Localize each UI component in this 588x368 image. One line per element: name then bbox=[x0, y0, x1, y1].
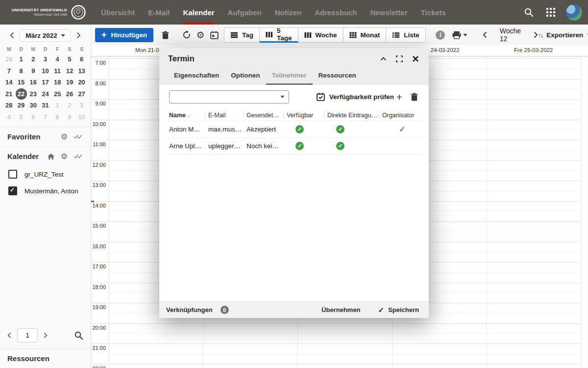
mini-cal-day[interactable]: 13 bbox=[75, 65, 88, 77]
mini-cal-day[interactable]: 10 bbox=[39, 65, 51, 77]
apps-grid-icon[interactable] bbox=[544, 5, 558, 19]
goto-date-calendar-icon[interactable] bbox=[207, 28, 221, 42]
mini-cal-day[interactable]: 28 bbox=[3, 100, 15, 111]
mini-cal-day[interactable]: 17 bbox=[39, 77, 51, 88]
mini-cal-day[interactable]: 22 bbox=[15, 88, 27, 100]
close-icon[interactable] bbox=[411, 54, 420, 63]
info-icon[interactable] bbox=[434, 28, 447, 42]
nav-item-newsletter[interactable]: Newsletter bbox=[370, 0, 408, 25]
add-event-button[interactable]: Hinzufügen bbox=[95, 28, 153, 42]
attendee-combobox[interactable] bbox=[169, 90, 289, 104]
add-attendee-icon[interactable] bbox=[396, 92, 402, 102]
check-availability-button[interactable]: Verfügbarkeit prüfen bbox=[317, 93, 394, 101]
mini-cal-day[interactable]: 28 bbox=[3, 53, 15, 65]
mini-cal-day[interactable]: 9 bbox=[27, 65, 39, 77]
mini-cal-day[interactable]: 30 bbox=[27, 100, 39, 111]
column-header-3[interactable]: Verfügbar bbox=[284, 111, 324, 119]
calendar-checkbox[interactable] bbox=[8, 170, 17, 179]
favorites-select-all-icon[interactable] bbox=[74, 133, 83, 140]
mini-cal-day[interactable]: 20 bbox=[75, 77, 88, 88]
dialog-tab-optionen[interactable]: Optionen bbox=[225, 66, 266, 85]
mini-cal-day[interactable]: 23 bbox=[27, 88, 39, 100]
participant-row[interactable]: Arne Upl…uplegger…Noch kei… bbox=[166, 137, 422, 155]
mini-cal-day[interactable]: 31 bbox=[39, 100, 51, 111]
mini-cal-day[interactable]: 2 bbox=[27, 53, 39, 65]
next-week-icon[interactable] bbox=[534, 31, 538, 38]
column-header-2[interactable]: Gesendet… bbox=[244, 111, 284, 119]
prev-week-icon[interactable] bbox=[483, 31, 487, 38]
resources-search-icon[interactable] bbox=[74, 331, 83, 340]
save-button[interactable]: Speichern bbox=[378, 306, 419, 315]
view-tab-liste[interactable]: Liste bbox=[386, 27, 426, 43]
mini-cal-day[interactable]: 6 bbox=[75, 53, 88, 65]
mini-cal-day[interactable]: 29 bbox=[15, 100, 27, 111]
search-icon[interactable] bbox=[522, 5, 536, 19]
mini-cal-day[interactable]: 4 bbox=[51, 53, 64, 65]
calendars-home-icon[interactable] bbox=[47, 153, 55, 160]
user-avatar[interactable] bbox=[566, 4, 582, 21]
mini-cal-day[interactable]: 6 bbox=[27, 111, 39, 123]
mini-cal-day[interactable]: 21 bbox=[3, 88, 15, 100]
nav-item-adressbuch[interactable]: Adressbuch bbox=[315, 0, 357, 25]
links-button[interactable]: Verknüpfungen 0 bbox=[166, 306, 229, 314]
mini-cal-day[interactable]: 24 bbox=[39, 88, 51, 100]
mini-cal-day[interactable]: 18 bbox=[51, 77, 64, 88]
mini-cal-day[interactable]: 12 bbox=[64, 65, 76, 77]
mini-cal-day[interactable]: 15 bbox=[15, 77, 27, 88]
mini-cal-day[interactable]: 10 bbox=[75, 111, 88, 123]
view-tab-monat[interactable]: Monat bbox=[343, 27, 387, 43]
month-selector[interactable]: März 2022 bbox=[20, 29, 71, 42]
nav-item-tickets[interactable]: Tickets bbox=[421, 0, 446, 25]
dialog-tab-teilnehmer[interactable]: Teilnehmer bbox=[266, 66, 313, 85]
mini-cal-day[interactable]: 3 bbox=[75, 100, 88, 111]
participant-row[interactable]: Anton M…max.mus…Akzeptiert bbox=[166, 121, 422, 137]
column-header-4[interactable]: Direkte Eintragu… bbox=[324, 111, 379, 119]
mini-cal-day[interactable]: 7 bbox=[3, 65, 15, 77]
mini-cal-day[interactable]: 5 bbox=[64, 53, 76, 65]
apply-button[interactable]: Übernehmen bbox=[321, 306, 360, 314]
mini-cal-day[interactable]: 14 bbox=[3, 77, 15, 88]
mini-cal-next-icon[interactable] bbox=[72, 28, 86, 42]
nav-item-email[interactable]: E-Mail bbox=[148, 0, 170, 25]
calendars-settings-gear-icon[interactable] bbox=[61, 153, 68, 160]
delete-trash-icon[interactable] bbox=[158, 28, 172, 42]
mini-cal-day[interactable]: 25 bbox=[51, 88, 64, 100]
column-header-0[interactable]: Name bbox=[166, 111, 205, 119]
calendars-select-all-icon[interactable] bbox=[74, 153, 83, 159]
view-tab-5tage[interactable]: 5 Tage bbox=[260, 27, 298, 43]
calendar-checkbox[interactable] bbox=[8, 186, 17, 195]
mini-cal-day[interactable]: 4 bbox=[3, 111, 15, 123]
export-button[interactable]: Exportieren bbox=[538, 31, 588, 39]
combobox-caret-icon[interactable] bbox=[276, 91, 289, 103]
mini-cal-day[interactable]: 5 bbox=[15, 111, 27, 123]
mini-cal-day[interactable]: 26 bbox=[64, 88, 76, 100]
dialog-tab-ressourcen[interactable]: Ressourcen bbox=[313, 66, 362, 85]
nav-item-notizen[interactable]: Notizen bbox=[275, 0, 301, 25]
column-header-1[interactable]: E-Mail bbox=[205, 111, 244, 119]
view-tab-tag[interactable]: Tag bbox=[224, 27, 260, 43]
expand-icon[interactable] bbox=[395, 54, 404, 63]
print-icon[interactable] bbox=[450, 28, 470, 42]
mini-cal-day[interactable]: 7 bbox=[39, 111, 51, 123]
nav-item-kalender[interactable]: Kalender bbox=[183, 0, 214, 25]
attendee-input[interactable] bbox=[170, 91, 276, 103]
collapse-icon[interactable] bbox=[379, 54, 388, 63]
calendar-list-item[interactable]: gr_URZ_Test bbox=[0, 166, 91, 183]
refresh-icon[interactable] bbox=[180, 28, 194, 42]
mini-cal-day[interactable]: 27 bbox=[75, 88, 88, 100]
mini-cal-day[interactable]: 2 bbox=[64, 100, 76, 111]
mini-cal-day[interactable]: 11 bbox=[51, 65, 64, 77]
nav-item-bersicht[interactable]: Übersicht bbox=[101, 0, 135, 25]
pager-prev-icon[interactable] bbox=[7, 332, 11, 339]
page-number-input[interactable] bbox=[17, 328, 38, 342]
settings-gear-icon[interactable] bbox=[194, 28, 207, 42]
mini-cal-day[interactable]: 9 bbox=[64, 111, 76, 123]
pager-next-icon[interactable] bbox=[44, 332, 48, 339]
favorites-settings-gear-icon[interactable] bbox=[61, 133, 68, 141]
mini-cal-day[interactable]: 3 bbox=[39, 53, 51, 65]
dialog-tab-eigenschaften[interactable]: Eigenschaften bbox=[168, 66, 225, 85]
remove-attendee-trash-icon[interactable] bbox=[411, 93, 418, 101]
mini-cal-prev-icon[interactable] bbox=[5, 28, 19, 42]
mini-cal-day[interactable]: 16 bbox=[27, 77, 39, 88]
mini-cal-day[interactable]: 1 bbox=[51, 100, 64, 111]
